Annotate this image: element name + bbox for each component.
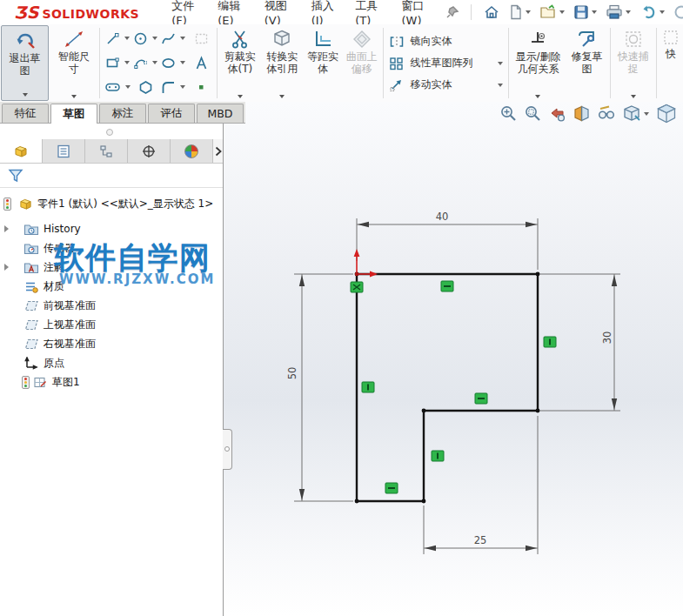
text-tool[interactable] (194, 56, 209, 70)
relation-coincident[interactable] (351, 282, 363, 292)
undo-dropdown[interactable] (660, 10, 665, 14)
relation-vertical[interactable] (544, 337, 556, 347)
display-style-button[interactable] (622, 104, 649, 123)
trim-entities-button[interactable]: 剪裁实体(T) (219, 24, 260, 102)
tab-features[interactable]: 特征 (2, 104, 49, 123)
pin-menu-icon[interactable] (443, 3, 462, 21)
trim-dropdown[interactable] (238, 95, 243, 98)
open-dropdown[interactable] (559, 10, 565, 14)
origin-marker[interactable] (354, 249, 378, 277)
point-tool[interactable] (196, 82, 206, 92)
fillet-dropdown[interactable] (180, 85, 185, 89)
tab-display-manager[interactable] (171, 139, 213, 163)
tree-item-history[interactable]: History (0, 219, 222, 238)
home-button[interactable] (480, 3, 503, 22)
zoom-to-area-button[interactable] (524, 104, 542, 123)
relation-horizontal[interactable] (475, 393, 487, 404)
sketch-drawing[interactable]: 40 50 30 25 (223, 123, 683, 616)
tree-item-right-plane[interactable]: 右视基准面 (0, 334, 222, 353)
rectangle-dropdown[interactable] (124, 61, 130, 64)
panel-grip[interactable] (106, 129, 113, 136)
tree-item-origin[interactable]: 原点 (0, 353, 222, 372)
spline-dropdown[interactable] (180, 37, 185, 40)
linear-pattern-dropdown[interactable] (498, 62, 503, 65)
open-button[interactable] (537, 3, 567, 22)
tab-sketch[interactable]: 草图 (50, 104, 97, 124)
line-tool[interactable] (105, 31, 130, 46)
sketch-vertices[interactable] (355, 272, 540, 504)
smart-dimension-dropdown[interactable] (71, 95, 77, 98)
tab-dimxpert-manager[interactable] (128, 139, 171, 163)
convert-entities-dropdown[interactable] (279, 95, 285, 98)
move-entities-dropdown[interactable] (498, 84, 503, 87)
tab-feature-manager[interactable] (0, 139, 43, 163)
tab-property-manager[interactable] (43, 139, 85, 163)
tree-item-sketch1[interactable]: 草图1 (0, 372, 222, 392)
rectangle-tool[interactable] (105, 56, 130, 70)
hide-show-items-button[interactable] (597, 104, 616, 123)
tab-mbd[interactable]: MBD (197, 104, 244, 123)
view-orientation-button[interactable] (655, 103, 678, 124)
exit-sketch-button[interactable]: 退出草图 (1, 25, 49, 101)
polygon-tool[interactable] (138, 80, 153, 95)
exit-sketch-dropdown[interactable] (23, 93, 28, 97)
tab-annotations[interactable]: 标注 (99, 104, 146, 123)
tree-item-material[interactable]: 材质 (0, 277, 222, 296)
previous-view-button[interactable] (548, 104, 566, 123)
relation-horizontal[interactable] (441, 281, 453, 291)
mirror-entities-button[interactable]: 镜向实体 (389, 32, 506, 51)
save-dropdown[interactable] (592, 10, 597, 14)
dimension-bottom[interactable]: 25 (474, 534, 487, 546)
graphics-area[interactable]: 40 50 30 25 (223, 102, 683, 616)
print-button[interactable] (603, 3, 633, 22)
relation-horizontal[interactable] (385, 483, 398, 493)
display-style-dropdown[interactable] (644, 112, 649, 116)
rebuild-button[interactable] (671, 3, 683, 22)
repair-sketch-button[interactable]: 修复草图 (566, 24, 608, 102)
undo-button[interactable] (637, 3, 667, 22)
fillet-tool[interactable] (161, 80, 185, 95)
tree-item-annotations[interactable]: 注解 (0, 258, 222, 277)
convert-entities-button[interactable]: 转换实体引用 (261, 24, 304, 102)
relation-vertical[interactable] (432, 451, 444, 461)
save-button[interactable] (571, 3, 599, 22)
arc-tool[interactable] (133, 56, 157, 70)
tree-filter[interactable] (0, 164, 223, 188)
smart-dimension-button[interactable]: 智能尺寸 (50, 24, 97, 102)
tree-item-front-plane[interactable]: 前视基准面 (0, 296, 222, 315)
zoom-to-fit-button[interactable] (499, 104, 518, 123)
overflow-button[interactable]: 快 (659, 24, 683, 102)
sketch-profile[interactable] (357, 274, 538, 501)
display-delete-relations-dropdown[interactable] (535, 95, 540, 98)
circle-tool[interactable] (133, 31, 157, 46)
linear-pattern-button[interactable]: 线性草图阵列 (389, 54, 506, 73)
new-document-button[interactable] (506, 3, 533, 22)
expand-arrow-icon[interactable] (0, 225, 12, 232)
sketch-relations[interactable] (351, 281, 556, 493)
new-document-dropdown[interactable] (526, 10, 531, 14)
tab-evaluate[interactable]: 评估 (148, 104, 195, 123)
dimension-left[interactable]: 50 (286, 367, 298, 380)
tree-root-part[interactable]: 零件1 (默认) <<默认>_显示状态 1> (0, 194, 222, 213)
print-dropdown[interactable] (626, 10, 631, 14)
slot-dropdown[interactable] (125, 85, 131, 89)
arc-dropdown[interactable] (152, 61, 157, 64)
expand-arrow-icon[interactable] (0, 264, 12, 271)
tree-item-sensors[interactable]: 传感器 (0, 238, 222, 258)
circle-dropdown[interactable] (152, 37, 157, 40)
offset-entities-button[interactable]: 等距实体 (304, 24, 342, 102)
move-entities-button[interactable]: 移动实体 (389, 76, 506, 95)
section-view-button[interactable] (573, 104, 591, 123)
ellipse-dropdown[interactable] (180, 61, 185, 64)
relation-vertical[interactable] (362, 382, 374, 392)
spline-tool[interactable] (161, 31, 185, 46)
panel-tabs-expand-button[interactable] (213, 139, 223, 163)
tree-item-top-plane[interactable]: 上视基准面 (0, 315, 222, 334)
display-delete-relations-button[interactable]: 显示/删除几何关系 (511, 24, 566, 102)
slot-tool[interactable] (104, 81, 131, 93)
dimension-top[interactable]: 40 (436, 211, 449, 223)
dimension-right[interactable]: 30 (601, 331, 613, 345)
ellipse-tool[interactable] (161, 56, 185, 70)
tab-configuration-manager[interactable] (85, 139, 128, 163)
line-dropdown[interactable] (124, 37, 130, 40)
